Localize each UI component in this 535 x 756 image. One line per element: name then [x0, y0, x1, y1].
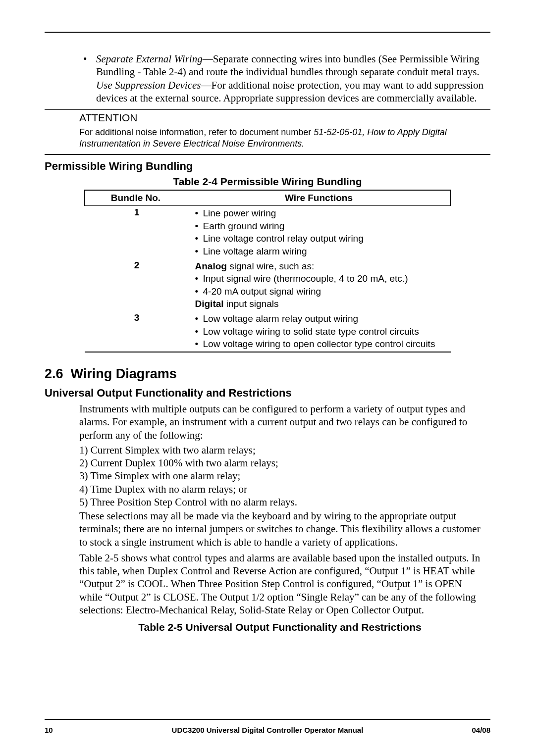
list-item: 4-20 mA output signal wiring	[193, 285, 447, 298]
paragraph: Instruments with multiple outputs can be…	[79, 403, 481, 442]
numbered-item: 3) Time Simplex with one alarm relay;	[79, 469, 490, 482]
page-footer: 10 UDC3200 Universal Digital Controller …	[45, 719, 490, 734]
list-item: Earth ground wiring	[193, 220, 447, 233]
numbered-item: 5) Three Position Step Control with no a…	[79, 496, 490, 508]
bullet-icon: •	[83, 52, 96, 104]
document-page: • Separate External Wiring—Separate conn…	[0, 0, 535, 756]
list-item: Line power wiring	[193, 207, 447, 220]
numbered-item: 1) Current Simplex with two alarm relays…	[79, 444, 490, 456]
subheading-permissible: Permissible Wiring Bundling	[45, 160, 490, 173]
attention-text: For additional noise information, refer …	[79, 127, 471, 149]
bullet-label: Separate External Wiring	[96, 53, 203, 65]
bundle-number: 2	[85, 259, 187, 312]
bold-text: Analog	[195, 261, 227, 271]
section-title: Wiring Diagrams	[71, 366, 177, 381]
subheading-universal: Universal Output Functionality and Restr…	[45, 387, 490, 400]
col-header-functions: Wire Functions	[187, 190, 451, 206]
table-row: 3 Low voltage alarm relay output wiring …	[85, 311, 451, 352]
table-row: 2 Analog signal wire, such as: Input sig…	[85, 259, 451, 312]
bullet-separate-wiring: • Separate External Wiring—Separate conn…	[83, 52, 485, 104]
section-heading-2-6: 2.6 Wiring Diagrams	[45, 366, 490, 382]
numbered-item: 4) Time Duplex with no alarm relays; or	[79, 483, 490, 496]
plain-text: signal wire, such as:	[227, 261, 314, 271]
attention-top-rule	[45, 109, 490, 110]
bundle-number: 3	[85, 311, 187, 352]
table-2-5-caption: Table 2-5 Universal Output Functionality…	[79, 621, 481, 633]
bold-text: Digital	[195, 299, 224, 309]
footer-title: UDC3200 Universal Digital Controller Ope…	[74, 726, 461, 734]
paragraph: These selections may all be made via the…	[79, 509, 481, 549]
list-item: Low voltage wiring to open collector typ…	[193, 338, 447, 351]
list-item: Low voltage wiring to solid state type c…	[193, 325, 447, 338]
bundle-functions-list: Input signal wire (thermocouple, 4 to 20…	[193, 272, 447, 298]
list-item: Low voltage alarm relay output wiring	[193, 312, 447, 325]
bundle-functions-list: Low voltage alarm relay output wiring Lo…	[193, 312, 447, 351]
paragraph: Table 2-5 shows what control types and a…	[79, 552, 481, 616]
footer-date: 04/08	[461, 726, 490, 734]
table-2-4-caption: Table 2-4 Permissible Wiring Bundling	[45, 176, 490, 188]
list-item: Input signal wire (thermocouple, 4 to 20…	[193, 272, 447, 285]
bundle-intro: Analog signal wire, such as:	[193, 260, 447, 273]
attention-heading: ATTENTION	[79, 112, 490, 124]
numbered-item: 2) Current Duplex 100% with two alarm re…	[79, 456, 490, 469]
section-number: 2.6	[45, 366, 63, 381]
bundle-functions-list: Line power wiring Earth ground wiring Li…	[193, 207, 447, 258]
page-number: 10	[45, 726, 74, 734]
list-item: Line voltage control relay output wiring	[193, 232, 447, 245]
attention-bottom-rule	[45, 154, 490, 155]
col-header-bundle: Bundle No.	[85, 190, 187, 206]
table-header-row: Bundle No. Wire Functions	[85, 190, 451, 206]
bundle-outro: Digital input signals	[193, 298, 447, 310]
attention-prefix: For additional noise information, refer …	[79, 127, 314, 137]
footer-rule	[45, 719, 490, 720]
bundle-number: 1	[85, 206, 187, 259]
plain-text: input signals	[224, 299, 279, 309]
bullet-label-2: Use Suppression Devices	[96, 79, 201, 91]
table-row: 1 Line power wiring Earth ground wiring …	[85, 206, 451, 259]
list-item: Line voltage alarm wiring	[193, 245, 447, 258]
table-2-4: Bundle No. Wire Functions 1 Line power w…	[84, 190, 451, 353]
header-rule	[45, 32, 490, 33]
